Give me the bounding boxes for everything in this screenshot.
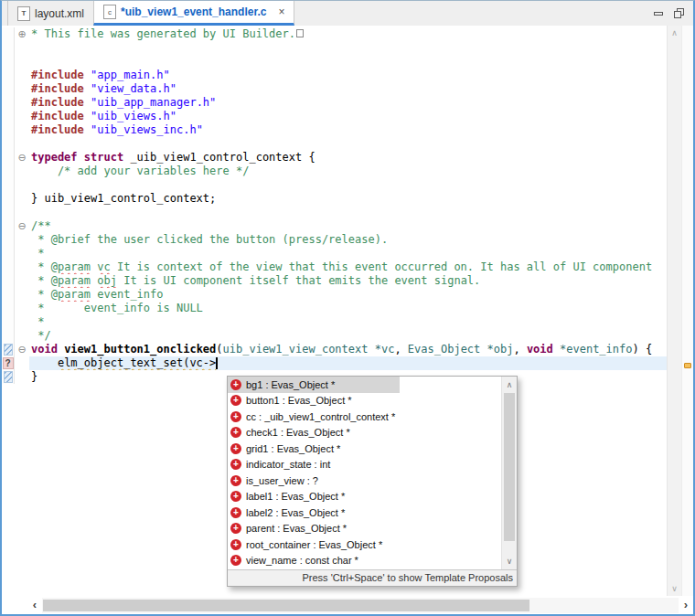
code-text[interactable]: #include "app_main.h" <box>29 69 667 82</box>
code-line[interactable]: ⊖typedef struct _uib_view1_control_conte… <box>2 151 667 165</box>
code-text[interactable]: /** <box>29 219 667 233</box>
code-line[interactable] <box>2 137 667 151</box>
autocomplete-item[interactable]: +parent : Evas_Object * <box>228 521 517 537</box>
annotation-gutter[interactable] <box>2 165 15 178</box>
fold-gutter[interactable]: ⊖ <box>15 151 29 165</box>
code-line[interactable]: ⊖void view1_button1_onclicked(uib_view1_… <box>2 343 667 356</box>
code-text[interactable] <box>29 178 667 192</box>
popup-scrollbar[interactable]: ∧ ∨ <box>501 377 517 569</box>
fold-gutter[interactable] <box>15 96 29 110</box>
close-tab-icon[interactable]: × <box>278 5 284 18</box>
tab-uib-view1-event-handler[interactable]: c *uib_view1_event_handler.c × <box>93 1 294 26</box>
annotation-gutter[interactable] <box>2 41 15 55</box>
fold-collapse-icon[interactable]: ⊖ <box>17 221 26 231</box>
code-text[interactable]: #include "view_data.h" <box>29 82 667 96</box>
annotation-gutter[interactable] <box>2 96 15 110</box>
code-line[interactable]: #include "view_data.h" <box>2 82 667 96</box>
code-line[interactable]: ⊖/** <box>2 219 667 233</box>
annotation-gutter[interactable] <box>2 178 15 192</box>
annotation-gutter[interactable] <box>2 247 15 260</box>
code-text[interactable]: * event_info is NULL <box>29 302 667 315</box>
annotation-gutter[interactable] <box>2 123 15 137</box>
problem-question-icon[interactable]: ? <box>3 357 14 369</box>
fold-gutter[interactable] <box>15 82 29 96</box>
autocomplete-item[interactable]: +indicator_state : int <box>228 457 517 473</box>
code-text[interactable] <box>29 41 667 55</box>
code-line[interactable]: #include "uib_views.h" <box>2 110 667 123</box>
code-line[interactable]: * @brief the user clicked the button (pr… <box>2 233 667 247</box>
code-line[interactable]: * @param vc It is context of the view th… <box>2 260 667 274</box>
annotation-gutter[interactable] <box>2 288 15 302</box>
fold-gutter[interactable] <box>15 206 29 219</box>
overview-ruler[interactable] <box>681 26 693 596</box>
annotation-gutter[interactable] <box>2 27 15 41</box>
annotation-gutter[interactable] <box>2 82 15 96</box>
code-line[interactable] <box>2 178 667 192</box>
autocomplete-item[interactable]: +root_container : Evas_Object * <box>228 536 517 553</box>
code-text[interactable]: void view1_button1_onclicked(uib_view1_v… <box>29 343 667 356</box>
code-text[interactable] <box>29 206 667 219</box>
fold-gutter[interactable] <box>15 192 29 206</box>
code-text[interactable]: #include "uib_views.h" <box>29 110 667 123</box>
code-line[interactable]: * <box>2 247 667 260</box>
fold-gutter[interactable] <box>15 41 29 55</box>
code-line[interactable]: * @param obj It is UI component itself t… <box>2 274 667 288</box>
code-line[interactable]: * event_info is NULL <box>2 302 667 315</box>
code-text[interactable]: */ <box>29 329 667 343</box>
code-text[interactable]: * <box>29 247 667 260</box>
fold-gutter[interactable] <box>15 137 29 151</box>
scroll-left-icon[interactable]: ‹ <box>27 597 42 613</box>
code-line[interactable]: #include "uib_views_inc.h" <box>2 123 667 137</box>
code-line[interactable]: */ <box>2 329 667 343</box>
annotation-gutter[interactable] <box>2 151 15 165</box>
fold-gutter[interactable] <box>15 302 29 315</box>
annotation-gutter[interactable] <box>2 219 15 233</box>
annotation-gutter[interactable] <box>2 315 15 329</box>
fold-gutter[interactable] <box>15 356 29 370</box>
folded-region-icon[interactable] <box>296 29 304 37</box>
annotation-gutter[interactable] <box>2 329 15 343</box>
code-line[interactable]: * <box>2 315 667 329</box>
autocomplete-item[interactable]: +grid1 : Evas_Object * <box>228 441 517 457</box>
code-line[interactable]: /* add your variables here */ <box>2 165 667 178</box>
fold-gutter[interactable] <box>15 260 29 274</box>
annotation-gutter[interactable] <box>2 137 15 151</box>
popup-scroll-thumb[interactable] <box>504 393 515 541</box>
fold-collapse-icon[interactable]: ⊖ <box>17 345 26 355</box>
code-text[interactable]: typedef struct _uib_view1_control_contex… <box>29 151 667 165</box>
restore-icon[interactable] <box>674 8 684 18</box>
fold-gutter[interactable] <box>15 69 29 82</box>
horizontal-scrollbar[interactable]: ‹ › <box>2 596 693 614</box>
annotation-gutter[interactable] <box>2 370 15 384</box>
popup-scroll-up-icon[interactable]: ∧ <box>502 380 517 389</box>
fold-gutter[interactable] <box>15 274 29 288</box>
scroll-right-icon[interactable]: › <box>679 597 693 613</box>
code-text[interactable]: #include "uib_app_manager.h" <box>29 96 667 110</box>
code-text[interactable]: * @param vc It is context of the view th… <box>29 260 667 274</box>
code-line[interactable] <box>2 206 667 219</box>
annotation-gutter[interactable] <box>2 69 15 82</box>
autocomplete-item[interactable]: +cc : _uib_view1_control_context * <box>228 409 517 425</box>
annotation-gutter[interactable] <box>2 274 15 288</box>
annotation-gutter[interactable] <box>2 110 15 123</box>
scroll-down-icon[interactable]: ∨ <box>668 584 681 593</box>
annotation-gutter[interactable] <box>2 343 15 356</box>
code-text[interactable]: } uib_view1_control_context; <box>29 192 667 206</box>
minimize-icon[interactable] <box>654 12 663 16</box>
code-line[interactable]: #include "app_main.h" <box>2 69 667 82</box>
fold-gutter[interactable]: ⊖ <box>15 219 29 233</box>
annotation-gutter[interactable] <box>2 55 15 69</box>
code-text[interactable]: elm_object_text_set(vc-> <box>29 356 667 370</box>
autocomplete-item[interactable]: +button1 : Evas_Object * <box>228 393 517 409</box>
fold-gutter[interactable] <box>15 315 29 329</box>
code-line[interactable] <box>2 41 667 55</box>
fold-gutter[interactable] <box>15 329 29 343</box>
hscroll-thumb[interactable] <box>43 600 529 611</box>
fold-gutter[interactable] <box>15 110 29 123</box>
annotation-gutter[interactable] <box>2 192 15 206</box>
vertical-scrollbar[interactable]: ∧ ∨ <box>667 26 681 596</box>
warning-marker[interactable] <box>684 363 691 368</box>
autocomplete-item[interactable]: +view_name : const char * <box>228 553 517 569</box>
hscroll-track[interactable] <box>42 598 679 613</box>
fold-collapse-icon[interactable]: ⊖ <box>17 153 26 163</box>
